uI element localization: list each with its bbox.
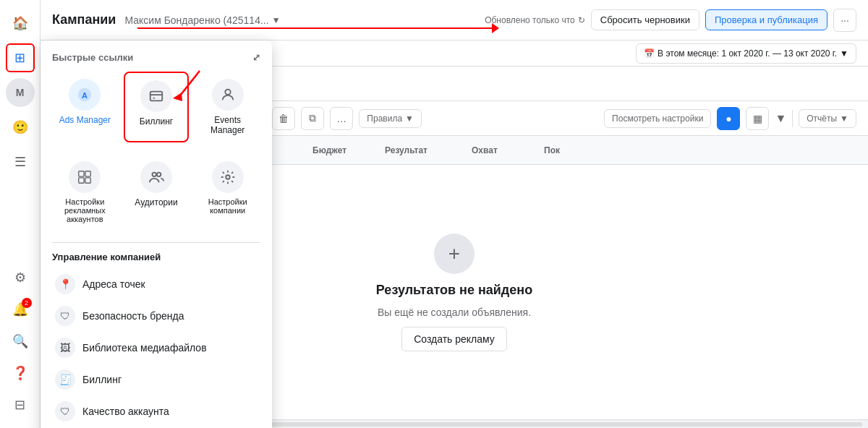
col-result-header[interactable]: Результат [385, 145, 472, 155]
svg-text:A: A [82, 91, 88, 100]
toolbar-separator-3 [792, 110, 793, 127]
audiences-icon [140, 161, 172, 193]
empty-subtitle: Вы ещё не создали объявления. [378, 307, 531, 318]
quick-links-header: Быстрые ссылки ⤢ [52, 52, 260, 63]
create-ad-button[interactable]: Создать рекламу [401, 327, 507, 351]
quick-link-ad-settings[interactable]: Настройки рекламных аккаунтов [52, 154, 118, 231]
reports-button[interactable]: Отчёты ▼ [799, 109, 856, 128]
account-quality-icon: 🛡 [55, 401, 75, 421]
expand-icon[interactable]: ⤢ [252, 52, 260, 63]
more-toolbar-button[interactable]: … [330, 107, 353, 130]
manage-title: Управление компанией [52, 252, 260, 262]
publish-button[interactable]: Проверка и публикация [705, 9, 827, 30]
company-settings-label: Настройки компании [199, 197, 256, 215]
company-settings-icon [212, 161, 244, 193]
duplicate-button[interactable]: ⧉ [301, 107, 324, 130]
col-budget-header[interactable]: Бюджет [312, 145, 385, 155]
sidebar-grid-icon[interactable]: ⊞ [6, 43, 35, 72]
delete-button[interactable]: 🗑 [272, 107, 295, 130]
quick-links-grid: A Ads Manager Биллинг Events Mana [52, 72, 260, 142]
sidebar-search-icon[interactable]: 🔍 [6, 327, 35, 356]
quick-link-billing-label: Биллинг [140, 116, 173, 127]
col-more-header[interactable]: Пок [544, 145, 587, 155]
toolbar-right: Посмотреть настройки ● ▦ ▼ Отчёты ▼ [604, 107, 856, 130]
view-dot-button[interactable]: ● [717, 107, 740, 130]
sidebar-collapse-icon[interactable]: ⊟ [6, 390, 35, 419]
sidebar-notification-icon[interactable]: 🔔 2 [6, 295, 35, 324]
svg-point-7 [225, 90, 230, 95]
view-bar-button[interactable]: ▦ [746, 107, 769, 130]
svg-rect-9 [85, 171, 90, 176]
calendar-icon: 📅 [644, 48, 655, 59]
brand-safety-icon: 🛡 [55, 306, 75, 326]
svg-point-13 [157, 173, 161, 177]
ad-settings-icon [69, 161, 101, 193]
col-reach-header[interactable]: Охват [472, 145, 544, 155]
svg-point-14 [226, 175, 230, 179]
notification-badge: 2 [22, 298, 32, 308]
rules-button[interactable]: Правила ▼ [359, 109, 422, 128]
account-name: Максим Бондаренко (425114... ▼ [124, 14, 280, 26]
manage-item-account-quality[interactable]: 🛡 Качество аккаунта [52, 395, 260, 427]
update-status: Обновлено только что ↻ [485, 15, 585, 25]
header: Кампании Максим Бондаренко (425114... ▼ … [41, 0, 868, 40]
manage-section: Управление компанией 📍 Адреса точек 🛡 Бе… [52, 242, 260, 427]
manage-item-locations[interactable]: 📍 Адреса точек [52, 268, 260, 300]
sidebar-emoji-icon[interactable]: 🙂 [6, 113, 35, 142]
quick-links-overlay: Быстрые ссылки ⤢ A Ads Manager Билл [41, 40, 272, 428]
quick-link-events-label: Events Manager [199, 115, 256, 135]
audiences-label: Аудитории [135, 197, 177, 207]
sidebar-avatar[interactable]: М [6, 78, 35, 107]
ads-manager-icon: A [69, 79, 101, 111]
locations-icon: 📍 [55, 274, 75, 294]
manage-item-billing[interactable]: 🧾 Биллинг [52, 364, 260, 395]
page-title: Кампании [52, 12, 116, 27]
quick-link-ads-manager[interactable]: A Ads Manager [52, 72, 118, 142]
quick-link-events[interactable]: Events Manager [195, 72, 260, 142]
more-options-button[interactable]: ··· [833, 9, 856, 32]
account-dropdown-icon[interactable]: ▼ [272, 15, 281, 25]
manage-item-brand-safety[interactable]: 🛡 Безопасность бренда [52, 300, 260, 332]
quick-link-billing[interactable]: Биллинг [124, 72, 190, 142]
reset-drafts-button[interactable]: Сбросить черновики [591, 9, 699, 30]
quick-links-secondary-grid: Настройки рекламных аккаунтов Аудитории … [52, 154, 260, 231]
svg-rect-8 [79, 171, 84, 176]
events-icon [212, 79, 244, 111]
quick-links-panel: Быстрые ссылки ⤢ A Ads Manager Билл [41, 40, 272, 428]
add-icon[interactable]: + [434, 234, 475, 274]
view-dropdown-icon[interactable]: ▼ [775, 112, 786, 125]
media-library-icon: 🖼 [55, 338, 75, 358]
view-settings-button[interactable]: Посмотреть настройки [604, 109, 711, 128]
sidebar-menu-icon[interactable]: ☰ [6, 147, 35, 176]
billing-icon [140, 80, 172, 112]
empty-title: Результатов не найдено [376, 283, 532, 298]
quick-link-audiences[interactable]: Аудитории [124, 154, 190, 231]
refresh-icon[interactable]: ↻ [578, 15, 585, 25]
sidebar-settings-icon[interactable]: ⚙ [6, 263, 35, 292]
quick-link-company-settings[interactable]: Настройки компании [195, 154, 260, 231]
sidebar-home-icon[interactable]: 🏠 [6, 9, 35, 38]
svg-point-12 [152, 173, 156, 177]
manage-item-media-library[interactable]: 🖼 Библиотека медиафайлов [52, 332, 260, 364]
quick-link-ads-label: Ads Manager [59, 115, 111, 125]
billing-manage-icon: 🧾 [55, 369, 75, 390]
svg-rect-10 [79, 178, 84, 183]
sidebar-help-icon[interactable]: ❓ [6, 359, 35, 388]
date-dropdown-icon[interactable]: ▼ [840, 48, 848, 59]
svg-rect-4 [150, 92, 163, 101]
reports-dropdown-icon[interactable]: ▼ [840, 114, 848, 124]
rules-dropdown-icon[interactable]: ▼ [405, 114, 414, 124]
svg-rect-11 [85, 178, 90, 183]
sidebar: 🏠 ⊞ М 🙂 ☰ ⚙ 🔔 2 🔍 ❓ ⊟ [0, 0, 41, 428]
header-actions: Обновлено только что ↻ Сбросить черновик… [485, 9, 856, 32]
ad-settings-label: Настройки рекламных аккаунтов [56, 197, 114, 223]
date-range-picker[interactable]: 📅 В этом месяце: 1 окт 2020 г. — 13 окт … [636, 43, 856, 64]
